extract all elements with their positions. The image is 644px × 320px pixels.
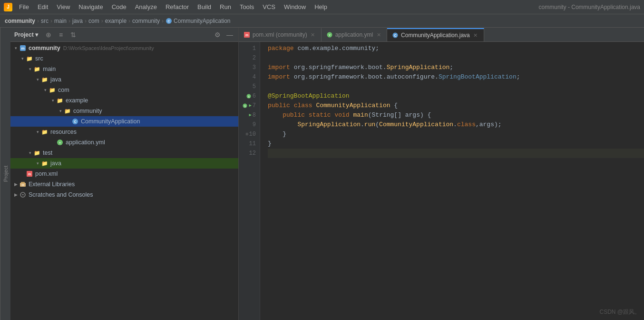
tree-item-test-java[interactable]: ▾ 📁 java — [10, 158, 238, 169]
line-num-12: 12 — [239, 149, 256, 158]
java-class-icon: C — [71, 118, 79, 125]
tab-pom-xml[interactable]: m pom.xml (community) ✕ — [239, 28, 322, 41]
line-numbers: 1 2 3 4 5 S 6 S ▶ 7 — [239, 42, 260, 320]
tab-yml-close[interactable]: ✕ — [375, 31, 382, 38]
menu-run[interactable]: Run — [216, 2, 235, 11]
code-line-3: import org.springframework.boot.SpringAp… — [268, 63, 644, 72]
yml-icon: Y — [56, 139, 64, 146]
tree-item-external-libraries[interactable]: ▶ ||| External Libraries — [10, 179, 238, 190]
line-num-10: ⊟ 10 — [239, 130, 256, 139]
tree-item-com[interactable]: ▾ 📁 com — [10, 85, 238, 95]
tree-item-scratches[interactable]: ▶ Scratches and Consoles — [10, 190, 238, 200]
tab-bar: m pom.xml (community) ✕ Y application.ym… — [239, 28, 644, 42]
project-panel-title: Project ▾ — [14, 31, 38, 38]
menu-refactor[interactable]: Refactor — [162, 2, 193, 11]
pom-icon: m — [26, 170, 33, 178]
tree-item-community-root[interactable]: ▾ m community D:\WorkSpaces\IdeaProject\… — [10, 43, 238, 53]
arrow-example: ▾ — [49, 97, 56, 104]
tab-pom-close[interactable]: ✕ — [310, 31, 316, 38]
tree-item-test[interactable]: ▾ 📁 test — [10, 148, 238, 158]
tab-java-icon: C — [392, 32, 399, 39]
code-content[interactable]: package com.example.community; import or… — [260, 42, 644, 320]
code-line-7: public class CommunityApplication { — [268, 101, 644, 110]
sort-button[interactable]: ⇅ — [68, 30, 78, 40]
line-num-2: 2 — [239, 53, 256, 63]
code-line-11: } — [268, 139, 644, 149]
menu-code[interactable]: Code — [108, 2, 130, 11]
minimize-button[interactable]: — — [225, 30, 234, 40]
menu-view[interactable]: View — [53, 2, 74, 11]
line-num-4: 4 — [239, 72, 256, 82]
tab-community-application[interactable]: C CommunityApplication.java ✕ — [387, 28, 484, 41]
breadcrumb-main[interactable]: main — [54, 18, 67, 24]
menu-tools[interactable]: Tools — [236, 2, 258, 11]
code-line-5 — [268, 82, 644, 91]
breadcrumb-java[interactable]: java — [72, 18, 83, 24]
code-line-2 — [268, 53, 644, 63]
fold-icon-10[interactable]: ⊟ — [246, 130, 248, 139]
code-line-1: package com.example.community; — [268, 44, 644, 53]
collapse-all-button[interactable]: ≡ — [56, 30, 66, 40]
add-content-button[interactable]: ⊕ — [44, 30, 53, 40]
tab-yml-icon: Y — [326, 31, 333, 38]
menu-window[interactable]: Window — [280, 2, 310, 11]
svg-text:|||: ||| — [22, 183, 24, 186]
editor-area: m pom.xml (community) ✕ Y application.ym… — [239, 28, 644, 320]
tab-java-close[interactable]: ✕ — [472, 32, 479, 39]
run-icon-7[interactable]: ▶ — [249, 101, 251, 110]
tab-application-yml[interactable]: Y application.yml ✕ — [322, 28, 387, 41]
tree-item-community-pkg[interactable]: ▾ 📁 community — [10, 106, 238, 116]
tree-item-example[interactable]: ▾ 📁 example — [10, 95, 238, 106]
tab-pom-icon: m — [244, 31, 250, 38]
tree-item-community-application[interactable]: ▶ C CommunityApplication — [10, 116, 238, 127]
project-panel: Project ▾ ⊕ ≡ ⇅ ⚙ — ▾ m community D:\Wor… — [10, 28, 239, 320]
tab-yml-label: application.yml — [335, 31, 373, 38]
run-icon-8[interactable]: ▶ — [249, 110, 251, 120]
tree-item-java-folder[interactable]: ▾ 📁 java — [10, 74, 238, 85]
svg-text:S: S — [248, 95, 250, 99]
tree-label-community-root: community — [29, 45, 60, 51]
tree-item-src[interactable]: ▾ 📁 src — [10, 53, 238, 64]
tree-label-community-application: CommunityApplication — [81, 118, 140, 125]
svg-text:C: C — [168, 20, 170, 23]
arrow-scratches: ▶ — [12, 191, 19, 198]
menu-build[interactable]: Build — [194, 2, 215, 11]
menu-edit[interactable]: Edit — [34, 2, 52, 11]
tree-item-resources[interactable]: ▾ 📁 resources — [10, 127, 238, 137]
tree-label-test-java: java — [50, 160, 61, 167]
code-editor[interactable]: 1 2 3 4 5 S 6 S ▶ 7 — [239, 42, 644, 320]
tree-item-pom-xml[interactable]: ▶ m pom.xml — [10, 169, 238, 179]
tree-item-main[interactable]: ▾ 📁 main — [10, 64, 238, 74]
svg-text:C: C — [74, 120, 76, 123]
java-file-icon: C — [166, 18, 172, 24]
side-panel-label[interactable]: Project — [0, 28, 10, 320]
breadcrumb-com[interactable]: com — [88, 18, 99, 24]
menu-file[interactable]: File — [15, 2, 33, 11]
breadcrumb-example[interactable]: example — [105, 18, 127, 24]
svg-text:Y: Y — [59, 141, 61, 144]
arrow-community-root: ▾ — [12, 45, 19, 51]
settings-icon[interactable]: ⚙ — [213, 30, 222, 40]
folder-com-icon: 📁 — [49, 86, 56, 94]
breadcrumb-community[interactable]: community — [5, 18, 35, 24]
menu-vcs[interactable]: VCS — [259, 2, 279, 11]
menu-help[interactable]: Help — [311, 2, 331, 11]
tree-label-java-folder: java — [50, 76, 61, 83]
menu-navigate[interactable]: Navigate — [75, 2, 107, 11]
breadcrumb-src[interactable]: src — [41, 18, 49, 24]
tab-pom-label: pom.xml (community) — [253, 31, 307, 38]
tree-label-example: example — [66, 97, 88, 104]
breadcrumb-class[interactable]: CommunityApplication — [174, 18, 230, 24]
folder-test-java-icon: 📁 — [41, 160, 49, 167]
svg-text:m: m — [21, 46, 24, 50]
arrow-test: ▾ — [27, 150, 33, 156]
arrow-external-libs: ▶ — [12, 181, 19, 188]
menu-analyze[interactable]: Analyze — [131, 2, 161, 11]
arrow-main: ▾ — [27, 66, 33, 72]
external-libs-icon: ||| — [19, 180, 27, 188]
breadcrumb-community2[interactable]: community — [132, 18, 160, 24]
svg-text:m: m — [245, 33, 248, 37]
tree-item-application-yml[interactable]: ▶ Y application.yml — [10, 137, 238, 148]
code-line-6: @SpringBootApplication — [268, 91, 644, 101]
main-layout: Project Project ▾ ⊕ ≡ ⇅ ⚙ — ▾ m communit… — [0, 28, 644, 320]
